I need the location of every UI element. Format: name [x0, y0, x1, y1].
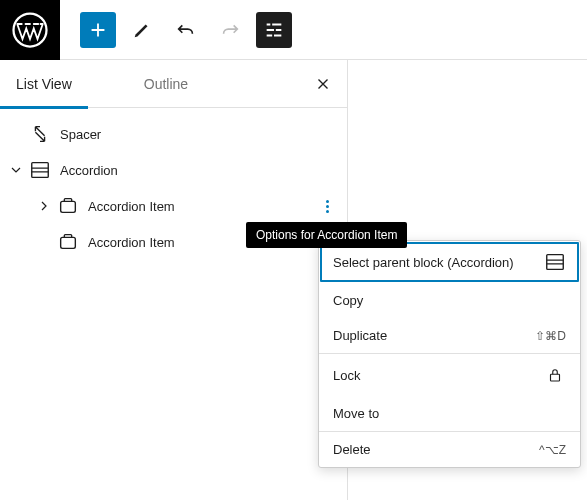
- menu-label: Lock: [333, 368, 360, 383]
- menu-copy[interactable]: Copy: [319, 283, 580, 318]
- panel-tabs: List View Outline: [0, 60, 347, 108]
- lock-icon: [544, 364, 566, 386]
- top-toolbar: [0, 0, 587, 60]
- chevron-right-icon[interactable]: [32, 194, 56, 218]
- menu-move-to[interactable]: Move to: [319, 396, 580, 431]
- menu-duplicate[interactable]: Duplicate ⇧⌘D: [319, 318, 580, 353]
- menu-label: Select parent block (Accordion): [333, 255, 514, 270]
- close-panel-button[interactable]: [307, 68, 339, 100]
- menu-label: Duplicate: [333, 328, 387, 343]
- redo-button: [212, 12, 248, 48]
- menu-label: Copy: [333, 293, 363, 308]
- options-tooltip: Options for Accordion Item: [246, 222, 407, 248]
- plus-icon: [87, 19, 109, 41]
- toolbar-buttons: [60, 12, 292, 48]
- accordion-icon: [544, 251, 566, 273]
- block-row-spacer[interactable]: Spacer: [0, 116, 347, 152]
- svg-rect-5: [551, 374, 560, 381]
- block-label: Accordion Item: [88, 199, 315, 214]
- close-icon: [314, 75, 332, 93]
- block-options-menu: Select parent block (Accordion) Copy Dup…: [318, 240, 581, 468]
- menu-lock[interactable]: Lock: [319, 354, 580, 396]
- list-view-icon: [263, 19, 285, 41]
- accordion-item-icon: [56, 194, 80, 218]
- block-row-accordion-item-1[interactable]: Accordion Item: [0, 188, 347, 224]
- svg-rect-3: [61, 237, 76, 248]
- accordion-icon: [28, 158, 52, 182]
- block-options-button[interactable]: [315, 194, 339, 218]
- menu-label: Delete: [333, 442, 371, 457]
- redo-icon: [219, 19, 241, 41]
- undo-icon: [175, 19, 197, 41]
- wp-logo-button[interactable]: [0, 0, 60, 60]
- block-label: Spacer: [60, 127, 339, 142]
- tab-list-view[interactable]: List View: [0, 60, 88, 108]
- add-block-button[interactable]: [80, 12, 116, 48]
- chevron-down-icon[interactable]: [4, 158, 28, 182]
- keyboard-shortcut: ^⌥Z: [539, 443, 566, 457]
- svg-rect-4: [547, 255, 564, 270]
- keyboard-shortcut: ⇧⌘D: [535, 329, 566, 343]
- block-row-accordion[interactable]: Accordion: [0, 152, 347, 188]
- accordion-item-icon: [56, 230, 80, 254]
- svg-rect-2: [61, 201, 76, 212]
- undo-button[interactable]: [168, 12, 204, 48]
- menu-delete[interactable]: Delete ^⌥Z: [319, 432, 580, 467]
- block-label: Accordion: [60, 163, 339, 178]
- svg-rect-1: [32, 163, 49, 178]
- menu-label: Move to: [333, 406, 379, 421]
- edit-mode-button[interactable]: [124, 12, 160, 48]
- pencil-icon: [131, 19, 153, 41]
- wordpress-icon: [12, 12, 48, 48]
- listview-toggle-button[interactable]: [256, 12, 292, 48]
- spacer-icon: [28, 122, 52, 146]
- tab-outline[interactable]: Outline: [128, 60, 204, 108]
